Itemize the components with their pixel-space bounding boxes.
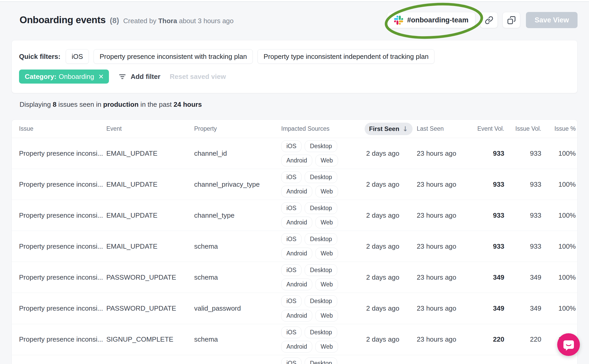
- table-row[interactable]: Property presence inconsi... EMAIL_UPDAT…: [12, 169, 577, 200]
- event-vol-cell: 933: [477, 180, 504, 189]
- source-chip: iOS: [281, 202, 302, 214]
- table-header: Issue Event Property Impacted Sources Fi…: [12, 120, 577, 138]
- source-chip: iOS: [281, 233, 302, 245]
- source-chip: iOS: [281, 357, 302, 364]
- column-header-event-vol[interactable]: Event Vol.: [477, 125, 504, 132]
- issue-vol-cell: 933: [504, 180, 541, 189]
- header-actions: #onboarding-team Save View: [387, 12, 578, 28]
- property-cell: channel_type: [194, 211, 281, 219]
- last-seen-cell: 23 hours ago: [417, 273, 477, 281]
- impacted-sources-cell: iOSDesktopAndroidWeb: [281, 355, 361, 364]
- sort-pill[interactable]: First Seen ↓: [365, 123, 413, 135]
- issue-cell: Property presence inconsi...: [19, 211, 106, 219]
- table-row[interactable]: Property presence inconsi... PASSWORD_UP…: [12, 293, 577, 324]
- sort-desc-icon: ↓: [402, 125, 408, 133]
- created-by-text: Created by Thora about 3 hours ago: [123, 17, 234, 25]
- property-cell: valid_password: [194, 304, 281, 312]
- table-row[interactable]: Property presence inconsi... SIGNUP_COMP…: [12, 324, 577, 355]
- column-header-first-seen[interactable]: First Seen ↓: [366, 123, 417, 135]
- save-view-button[interactable]: Save View: [526, 12, 578, 28]
- issue-cell: Property presence inconsi...: [19, 180, 106, 189]
- slack-channel-button[interactable]: #onboarding-team: [387, 12, 476, 28]
- column-header-event[interactable]: Event: [106, 125, 194, 132]
- add-filter-label: Add filter: [131, 73, 160, 81]
- issue-pct-cell: 100%: [541, 242, 576, 250]
- filter-icon: [118, 73, 126, 81]
- copy-link-button[interactable]: [480, 12, 498, 28]
- first-seen-label: First Seen: [369, 125, 399, 133]
- issue-pct-cell: 100%: [541, 211, 576, 219]
- impacted-sources-cell: iOSDesktopAndroidWeb: [281, 138, 361, 169]
- issue-pct-cell: 100%: [541, 273, 576, 281]
- reset-saved-view-button[interactable]: Reset saved view: [170, 73, 226, 81]
- last-seen-cell: 23 hours ago: [417, 242, 477, 250]
- event-cell: PASSWORD_UPDATE: [106, 304, 194, 312]
- issue-vol-cell: 933: [504, 211, 541, 219]
- issue-pct-cell: 100%: [541, 180, 576, 189]
- summary-range: 24 hours: [174, 101, 202, 108]
- duplicate-view-button[interactable]: [502, 12, 520, 28]
- source-chip: Desktop: [305, 327, 337, 338]
- event-vol-cell: 933: [477, 149, 504, 158]
- active-filter-chip-category[interactable]: Category: Onboarding ✕: [19, 70, 109, 84]
- source-chip: Android: [281, 217, 312, 228]
- impacted-sources-cell: iOSDesktopAndroidWeb: [281, 200, 361, 231]
- property-cell: channel_privacy_type: [194, 180, 281, 189]
- column-header-issue[interactable]: Issue: [19, 125, 106, 132]
- chat-bubble-icon: [563, 339, 575, 351]
- quick-filter-ios[interactable]: iOS: [66, 49, 89, 64]
- last-seen-cell: 23 hours ago: [417, 211, 477, 219]
- quick-filter-property-type[interactable]: Property type inconsistent independent o…: [257, 49, 434, 64]
- source-chip: Android: [281, 248, 312, 259]
- remove-filter-icon[interactable]: ✕: [98, 73, 104, 80]
- author-name: Thora: [158, 17, 177, 25]
- issues-table: Issue Event Property Impacted Sources Fi…: [11, 120, 578, 364]
- table-row[interactable]: Property presence inconsi... SIGNUP_STAR…: [12, 355, 577, 364]
- source-chip: Web: [315, 310, 338, 322]
- impacted-sources-cell: iOSDesktopAndroidWeb: [281, 293, 361, 324]
- event-cell: SIGNUP_COMPLETE: [106, 335, 194, 343]
- event-vol-cell: 220: [477, 335, 504, 343]
- property-cell: schema: [194, 242, 281, 250]
- table-row[interactable]: Property presence inconsi... EMAIL_UPDAT…: [12, 231, 577, 262]
- first-seen-cell: 2 days ago: [366, 335, 417, 343]
- event-cell: EMAIL_UPDATE: [106, 180, 194, 189]
- chat-launcher-button[interactable]: [557, 333, 580, 356]
- last-seen-cell: 23 hours ago: [417, 180, 477, 189]
- source-chip: iOS: [281, 140, 302, 152]
- event-count-badge: (8): [110, 16, 119, 25]
- event-cell: PASSWORD_UPDATE: [106, 273, 194, 281]
- column-header-impacted-sources[interactable]: Impacted Sources: [281, 125, 366, 132]
- top-nav-edge: [0, 0, 589, 2]
- issue-pct-cell: 100%: [541, 149, 576, 158]
- copy-icon: [507, 16, 516, 24]
- column-header-last-seen[interactable]: Last Seen: [417, 125, 477, 132]
- filter-value-label: Onboarding: [59, 73, 94, 81]
- issue-vol-cell: 933: [504, 149, 541, 158]
- quick-filter-property-presence[interactable]: Property presence inconsistent with trac…: [94, 49, 253, 64]
- summary-count: 8: [53, 101, 56, 108]
- impacted-sources-cell: iOSDesktopAndroidWeb: [281, 169, 361, 200]
- table-row[interactable]: Property presence inconsi... EMAIL_UPDAT…: [12, 138, 577, 169]
- source-chip: Web: [315, 217, 338, 228]
- slack-channel-label: #onboarding-team: [407, 16, 469, 24]
- source-chip: Web: [315, 279, 338, 290]
- column-header-issue-vol[interactable]: Issue Vol.: [504, 125, 541, 132]
- quick-filters-label: Quick filters:: [19, 53, 60, 61]
- source-chip: Desktop: [305, 233, 337, 245]
- table-body: Property presence inconsi... EMAIL_UPDAT…: [12, 138, 577, 364]
- page-title: Onboarding events: [20, 15, 106, 26]
- source-chip: Android: [281, 155, 312, 166]
- impacted-sources-cell: iOSDesktopAndroidWeb: [281, 262, 361, 293]
- table-row[interactable]: Property presence inconsi... PASSWORD_UP…: [12, 262, 577, 293]
- property-cell: channel_id: [194, 149, 281, 158]
- first-seen-cell: 2 days ago: [366, 180, 417, 189]
- table-row[interactable]: Property presence inconsi... EMAIL_UPDAT…: [12, 200, 577, 231]
- slack-icon: [394, 16, 403, 25]
- add-filter-button[interactable]: Add filter: [118, 73, 160, 81]
- column-header-property[interactable]: Property: [194, 125, 281, 132]
- impacted-sources-cell: iOSDesktopAndroidWeb: [281, 231, 361, 262]
- column-header-issue-pct[interactable]: Issue %: [541, 125, 576, 132]
- source-chip: Android: [281, 341, 312, 353]
- impacted-sources-cell: iOSDesktopAndroidWeb: [281, 324, 361, 355]
